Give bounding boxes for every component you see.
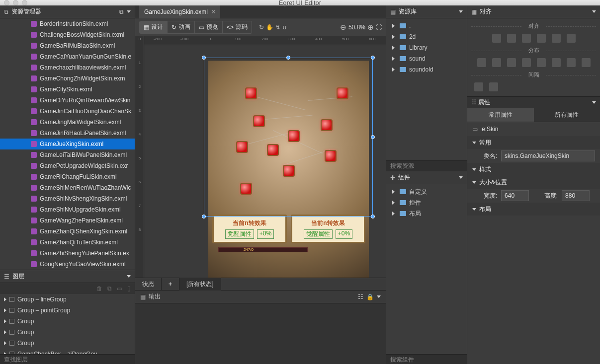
- classname-input[interactable]: [501, 150, 595, 161]
- file-item[interactable]: GameRiChangFuLiSkin.exml: [0, 171, 135, 182]
- section-size[interactable]: 大小&位置: [467, 176, 600, 189]
- section-style[interactable]: 样式: [467, 163, 600, 176]
- resource-folder[interactable]: .: [386, 20, 467, 31]
- preview-mode-button[interactable]: ▭预览: [195, 21, 223, 33]
- file-item[interactable]: GameShiNvUpgradeSkin.exml: [0, 204, 135, 215]
- file-item[interactable]: GameWangZhePanelSkin.exml: [0, 215, 135, 226]
- align-right-button[interactable]: [522, 34, 531, 43]
- chevron-down-icon[interactable]: [127, 10, 131, 13]
- layer-item[interactable]: Group – lineGroup: [0, 294, 135, 305]
- distribute-button[interactable]: [567, 58, 576, 67]
- file-item[interactable]: GameCaiYuanYuanGunGunSkin.e: [0, 51, 135, 62]
- distribute-button[interactable]: [492, 58, 501, 67]
- refresh-icon[interactable]: ↻: [259, 24, 264, 31]
- resource-folder[interactable]: 2d: [386, 31, 467, 42]
- file-item[interactable]: GameDiYuRuQinRewardViewSkin: [0, 95, 135, 106]
- chevron-down-icon[interactable]: [459, 10, 463, 13]
- cursor-icon[interactable]: ↯: [275, 24, 280, 31]
- selection-outline[interactable]: [204, 58, 373, 217]
- file-item[interactable]: GameZhanQiTuTenSkin.exml: [0, 237, 135, 248]
- component-tree[interactable]: 自定义控件布局: [386, 184, 467, 354]
- file-item[interactable]: GamePetUpgradeWidgetSkin.exr: [0, 160, 135, 171]
- layer-item[interactable]: Group: [0, 316, 135, 327]
- add-state-button[interactable]: +: [162, 278, 179, 291]
- layer-item[interactable]: Group: [0, 338, 135, 349]
- gap-v-button[interactable]: [489, 82, 498, 91]
- file-item[interactable]: GameShiMenRenWuTiaoZhanWic: [0, 182, 135, 193]
- component-folder[interactable]: 自定义: [386, 186, 467, 197]
- distribute-button[interactable]: [477, 58, 486, 67]
- design-mode-button[interactable]: ▦设计: [140, 21, 168, 33]
- group-icon[interactable]: ▭: [117, 285, 122, 292]
- distribute-button[interactable]: [552, 58, 561, 67]
- collapse-icon[interactable]: ⧉: [119, 8, 124, 15]
- resource-folder[interactable]: sound: [386, 53, 467, 64]
- layer-search[interactable]: 查找图层: [0, 354, 135, 364]
- width-input[interactable]: [501, 190, 529, 201]
- effect-box-left[interactable]: 当前n转效果 觉醒属性 +0%: [212, 215, 287, 243]
- distribute-button[interactable]: [537, 58, 546, 67]
- zoom-level[interactable]: 50.8%: [348, 24, 365, 31]
- fit-icon[interactable]: ⛶: [376, 24, 382, 31]
- anim-mode-button[interactable]: ↻动画: [168, 21, 195, 33]
- zoom-out-icon[interactable]: ⊖: [340, 23, 346, 32]
- resource-folder[interactable]: soundold: [386, 64, 467, 75]
- file-item[interactable]: GameJueXingSkin.exml: [0, 139, 135, 149]
- file-item[interactable]: Gamechaozhilibaoviewskin.exml: [0, 62, 135, 73]
- trash-icon[interactable]: 🗑: [96, 285, 102, 292]
- chevron-down-icon[interactable]: [459, 176, 463, 179]
- file-item[interactable]: GameChongZhiWidgetSkin.exm: [0, 73, 135, 84]
- file-item[interactable]: GameJinRiHaoLiPanelSkin.exml: [0, 128, 135, 139]
- file-item[interactable]: GameZhanQiShenXingSkin.exml: [0, 226, 135, 237]
- file-item[interactable]: GameCitySkin.exml: [0, 84, 135, 95]
- section-layout[interactable]: 布局: [467, 203, 600, 216]
- file-item[interactable]: GameLeiTaiBiWuPanelSkin.exml: [0, 149, 135, 160]
- tab-common-props[interactable]: 常用属性: [467, 108, 533, 122]
- file-tree[interactable]: BorderInstrutionSkin.exmlChallengeBossWi…: [0, 18, 135, 270]
- resource-folder[interactable]: Library: [386, 42, 467, 53]
- align-left-button[interactable]: [492, 34, 501, 43]
- state-all[interactable]: [所有状态]: [179, 278, 221, 291]
- resource-search[interactable]: 搜索资源: [386, 160, 467, 171]
- resource-tree[interactable]: .2dLibrarysoundsoundold: [386, 18, 467, 160]
- align-vcenter-button[interactable]: [552, 34, 561, 43]
- chevron-down-icon[interactable]: [377, 295, 381, 298]
- file-item[interactable]: GameJinCaiHuoDongDiaoChanSk: [0, 106, 135, 117]
- hand-icon[interactable]: ✋: [266, 24, 273, 31]
- file-item[interactable]: GameShiNvShengXingSkin.exml: [0, 193, 135, 204]
- ungroup-icon[interactable]: ▯: [127, 285, 131, 292]
- distribute-button[interactable]: [522, 58, 531, 67]
- progress-bar[interactable]: 247/0: [218, 247, 308, 252]
- align-bottom-button[interactable]: [567, 34, 576, 43]
- layer-list[interactable]: Group – lineGroupGroup – pointGroupGroup…: [0, 294, 135, 354]
- close-icon[interactable]: ×: [212, 8, 215, 15]
- tab-all-props[interactable]: 所有属性: [534, 108, 600, 122]
- filter-icon[interactable]: ☷: [358, 293, 363, 300]
- layer-item[interactable]: Group: [0, 327, 135, 338]
- distribute-button[interactable]: [507, 58, 516, 67]
- source-mode-button[interactable]: <>源码: [223, 21, 252, 33]
- file-item[interactable]: GameJingMaiWidgetSkin.exml: [0, 117, 135, 128]
- distribute-button[interactable]: [582, 58, 591, 67]
- canvas[interactable]: 当前n转效果 觉醒属性 +0% 当前n转效果 觉醒属性 +0%: [144, 45, 386, 278]
- component-folder[interactable]: 布局: [386, 208, 467, 219]
- gap-h-button[interactable]: [474, 82, 483, 91]
- chevron-down-icon[interactable]: [592, 101, 596, 104]
- magnet-icon[interactable]: ∪: [282, 24, 287, 31]
- lock-icon[interactable]: 🔒: [366, 293, 374, 300]
- file-item[interactable]: ChallengeBossWidgetSkin.exml: [0, 29, 135, 40]
- copy-icon[interactable]: ⧉: [107, 285, 112, 292]
- chevron-down-icon[interactable]: [592, 10, 596, 13]
- chevron-down-icon[interactable]: [127, 275, 131, 278]
- editor-tab[interactable]: GameJueXingSkin.exml ×: [139, 5, 220, 18]
- output-body[interactable]: [135, 303, 386, 364]
- component-search[interactable]: 搜索组件: [386, 354, 467, 364]
- align-top-button[interactable]: [537, 34, 546, 43]
- zoom-in-icon[interactable]: ⊕: [367, 23, 374, 32]
- layer-item[interactable]: Group – pointGroup: [0, 305, 135, 316]
- file-item[interactable]: BorderInstrutionSkin.exml: [0, 18, 135, 29]
- file-item[interactable]: GameZhiShengYiJiePanelSkin.ex: [0, 248, 135, 259]
- height-input[interactable]: [562, 190, 590, 201]
- component-folder[interactable]: 控件: [386, 197, 467, 208]
- align-hcenter-button[interactable]: [507, 34, 516, 43]
